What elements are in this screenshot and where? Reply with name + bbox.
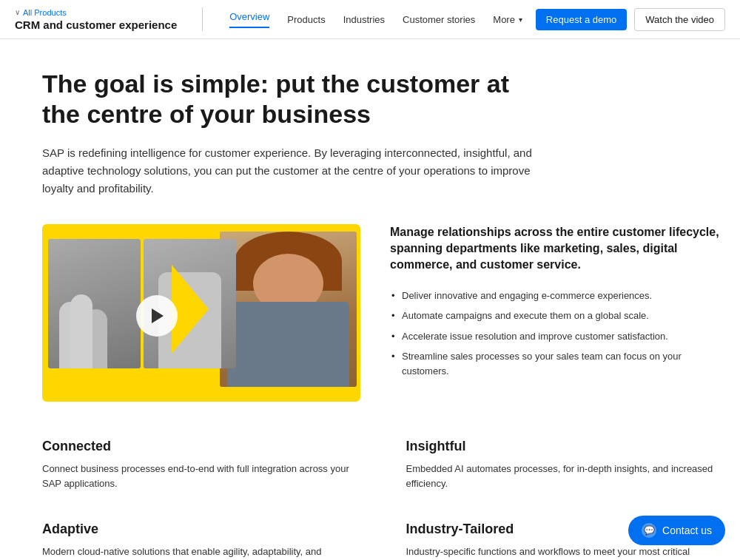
nav-link-customer-stories[interactable]: Customer stories (403, 14, 475, 25)
feature-item-4: Streamline sales processes so your sales… (390, 346, 725, 381)
video-person-image (220, 232, 357, 387)
card-adaptive-desc: Modern cloud-native solutions that enabl… (42, 544, 362, 560)
card-insightful-desc: Embedded AI automates processes, for in-… (406, 462, 726, 493)
feature-item-2: Automate campaigns and execute them on a… (390, 306, 725, 326)
card-connected-title: Connected (42, 439, 362, 454)
breadcrumb-all-products-link[interactable]: All Products (23, 8, 67, 17)
card-industry-tailored-desc: Industry-specific functions and workflow… (406, 544, 726, 560)
play-button[interactable] (136, 295, 178, 337)
person-silhouette-3 (70, 294, 92, 368)
card-insightful-title: Insightful (406, 439, 726, 454)
nav-link-more[interactable]: More ▾ (493, 14, 522, 25)
more-chevron-icon: ▾ (519, 16, 522, 24)
contact-chat-icon: 💬 (642, 523, 656, 538)
yellow-triangle-icon (172, 265, 209, 354)
nav-actions: Request a demo Watch the video (536, 8, 725, 31)
feature-item-3: Accelerate issue resolution and improve … (390, 326, 725, 347)
features-list: Deliver innovative and engaging e-commer… (390, 286, 725, 382)
card-connected: Connected Connect business processes end… (42, 439, 362, 493)
breadcrumb-chevron-icon: ∨ (15, 8, 20, 16)
features-heading: Manage relationships across the entire c… (390, 224, 725, 274)
play-triangle-icon (152, 308, 164, 323)
nav-link-products[interactable]: Products (287, 14, 325, 25)
features-panel: Manage relationships across the entire c… (390, 224, 725, 382)
nav-left: ∨ All Products CRM and customer experien… (15, 8, 177, 31)
video-thumbnail[interactable] (42, 224, 360, 402)
contact-label: Contact us (662, 524, 712, 536)
feature-item-1: Deliver innovative and engaging e-commer… (390, 286, 725, 306)
nav-links: Overview Products Industries Customer st… (229, 11, 522, 28)
card-adaptive-title: Adaptive (42, 522, 362, 537)
main-content: The goal is simple: put the customer at … (0, 39, 740, 560)
nav-link-overview[interactable]: Overview (229, 11, 269, 28)
product-title: CRM and customer experience (15, 18, 177, 31)
nav-divider (202, 7, 203, 31)
watch-video-button[interactable]: Watch the video (634, 8, 725, 31)
cards-grid: Connected Connect business processes end… (42, 439, 725, 560)
contact-us-button[interactable]: 💬 Contact us (628, 516, 725, 545)
breadcrumb: ∨ All Products (15, 8, 177, 17)
person-jacket (227, 302, 349, 387)
request-demo-button[interactable]: Request a demo (536, 9, 627, 30)
card-connected-desc: Connect business processes end-to-end wi… (42, 462, 362, 493)
card-insightful: Insightful Embedded AI automates process… (406, 439, 726, 493)
nav-link-industries[interactable]: Industries (343, 14, 385, 25)
hero-description: SAP is redefining intelligence for custo… (42, 144, 560, 198)
top-navigation: ∨ All Products CRM and customer experien… (0, 0, 740, 39)
video-features-section: Manage relationships across the entire c… (42, 224, 725, 402)
hero-title: The goal is simple: put the customer at … (42, 69, 545, 129)
video-thumb-first (48, 239, 141, 368)
card-adaptive: Adaptive Modern cloud-native solutions t… (42, 522, 362, 560)
nav-center-area: Overview Products Industries Customer st… (190, 7, 522, 31)
